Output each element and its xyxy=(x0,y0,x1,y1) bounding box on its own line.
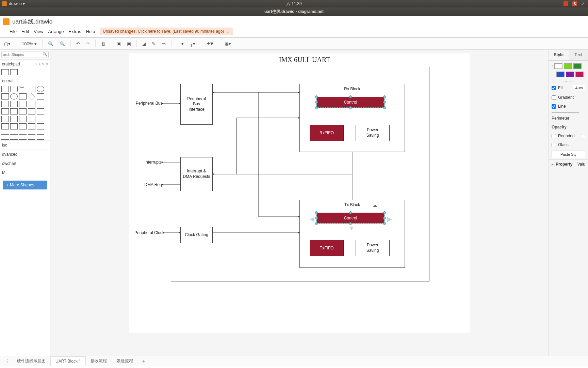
rounded-extra-checkbox[interactable] xyxy=(581,134,585,138)
tx-title: Tx Block xyxy=(299,202,405,207)
search-shapes-input[interactable] xyxy=(1,51,49,58)
connection-button[interactable]: →▾ xyxy=(175,40,186,48)
tx-power-saving[interactable]: Power Saving xyxy=(356,240,390,256)
swatch-lime[interactable] xyxy=(564,63,572,69)
add-page-button[interactable]: + xyxy=(138,356,149,366)
gradient-checkbox[interactable] xyxy=(552,95,556,100)
fullscreen-icon[interactable]: ⤢ xyxy=(581,1,585,6)
glass-checkbox[interactable] xyxy=(552,143,556,147)
tab-style[interactable]: Style xyxy=(549,50,569,60)
txfifo-box[interactable]: TxFIFO xyxy=(310,240,344,256)
zoom-select[interactable]: 100% ▾ xyxy=(20,40,39,48)
cat-advanced[interactable]: dvanced xyxy=(0,150,50,159)
diagram-canvas[interactable]: IMX 6ULL UART xyxy=(129,53,470,333)
scratchpad-close-icon[interactable]: × xyxy=(46,62,48,66)
insert-button[interactable]: +▾ xyxy=(205,39,215,49)
zoom-in-button[interactable]: 🔍 xyxy=(46,40,55,48)
box-idr[interactable]: Interrupt & DMA Requests xyxy=(180,157,213,191)
shapes-panel: 🔍 cratchpad ? + ✎ × eneral Text xyxy=(0,50,50,356)
line-label: Line xyxy=(558,104,566,109)
os-appname[interactable]: draw.io ▾ xyxy=(9,1,25,6)
clone-arrow-left-icon[interactable]: ◀ xyxy=(310,215,314,223)
to-front-button[interactable]: ▣ xyxy=(115,40,123,48)
rx-container[interactable] xyxy=(299,84,405,152)
scratchpad-edit-icon[interactable]: ✎ xyxy=(42,62,45,66)
menu-view[interactable]: View xyxy=(34,29,43,34)
page-tab-4[interactable]: 发送流程 xyxy=(112,356,138,366)
tx-container[interactable] xyxy=(299,200,405,268)
search-icon[interactable]: 🔍 xyxy=(43,52,47,57)
line-checkbox[interactable] xyxy=(552,104,556,109)
rxfifo-box[interactable]: RxFIFO xyxy=(310,125,344,141)
to-back-button[interactable]: ▣ xyxy=(125,40,133,48)
rounded-label: Rounded xyxy=(558,134,575,138)
scratchpad-label: cratchpad xyxy=(2,62,20,66)
tab-text[interactable]: Text xyxy=(569,50,588,60)
format-panel: Style Text ‹ ○ ● ○ ○ ○ Fill Auto Gradien… xyxy=(549,50,588,356)
paste-style-button[interactable]: Paste Sty xyxy=(552,151,585,158)
line-color-button[interactable]: ✎ xyxy=(150,40,158,48)
page-setup-button[interactable]: ▢▾ xyxy=(2,40,13,48)
swatch-blue[interactable] xyxy=(556,72,565,77)
canvas-area[interactable]: IMX 6ULL UART xyxy=(50,50,549,356)
page-tab-1[interactable]: 硬件连线示意图 xyxy=(12,356,51,366)
sogou-ime-icon[interactable]: S xyxy=(572,1,577,6)
page-tab-2[interactable]: UART Block ^ xyxy=(51,356,86,366)
swatch-green[interactable] xyxy=(573,63,582,69)
file-logo-icon xyxy=(3,18,10,25)
fill-label: Fill xyxy=(558,86,563,90)
clone-arrow-right-icon[interactable]: ▶ xyxy=(387,215,392,223)
cat-uml[interactable]: ML xyxy=(0,168,50,177)
box-pbi[interactable]: Peripheral Bus Interface xyxy=(180,84,213,125)
os-topbar: draw.io ▾ 六 11:39 S ⤢ xyxy=(0,0,588,7)
fill-auto-button[interactable]: Auto xyxy=(573,85,585,91)
scratchpad-add-icon[interactable]: + xyxy=(38,62,40,66)
screen-record-icon[interactable] xyxy=(564,1,568,6)
label-interrupts: Interrupts xyxy=(143,160,163,165)
rx-control[interactable]: Control xyxy=(316,97,385,108)
cat-flowchart[interactable]: owchart xyxy=(0,159,50,168)
tx-control[interactable]: Control xyxy=(316,213,385,224)
cat-misc[interactable]: isc xyxy=(0,140,50,150)
line-sample[interactable] xyxy=(552,112,579,112)
delete-button[interactable]: 🗑 xyxy=(99,40,108,48)
unsaved-badge[interactable]: Unsaved changes. Click here to save. (La… xyxy=(100,28,233,35)
scratchpad-help-icon[interactable]: ? xyxy=(35,62,37,66)
clone-arrow-down-icon[interactable]: ▼ xyxy=(348,225,355,232)
label-peripheral-bus: Peripheral Bus xyxy=(135,101,163,106)
more-shapes-button[interactable]: + More Shapes xyxy=(3,181,47,189)
redo-button[interactable]: ↷ xyxy=(84,40,92,48)
table-button[interactable]: ▦▾ xyxy=(223,40,233,48)
general-shapes[interactable]: Text xyxy=(0,85,50,140)
undo-button[interactable]: ↶ xyxy=(74,40,82,48)
box-cg[interactable]: Clock Gating xyxy=(180,227,213,243)
prev-swatch-icon[interactable]: ‹ xyxy=(552,64,553,68)
swatch-purple[interactable] xyxy=(566,72,574,77)
cloud-icon: ☁ xyxy=(373,202,377,208)
tabs-menu-icon[interactable]: ⋮ xyxy=(3,357,12,365)
os-clock: 六 11:39 xyxy=(286,1,301,7)
page-tab-3[interactable]: 接收流程 xyxy=(86,356,112,366)
workspace: 🔍 cratchpad ? + ✎ × eneral Text xyxy=(0,50,588,356)
menu-edit[interactable]: Edit xyxy=(21,29,29,34)
rounded-checkbox[interactable] xyxy=(552,134,556,138)
app-header: uart连线.drawio File Edit View Arrange Ext… xyxy=(0,16,588,37)
rx-power-saving[interactable]: Power Saving xyxy=(356,125,390,141)
unsaved-text: Unsaved changes. Click here to save. (La… xyxy=(103,29,224,34)
zoom-out-button[interactable]: 🔍 xyxy=(58,40,67,48)
menu-extras[interactable]: Extras xyxy=(69,29,81,34)
fill-checkbox[interactable] xyxy=(552,86,556,90)
perimeter-label: Perimeter xyxy=(552,116,569,121)
filename-label[interactable]: uart连线.drawio xyxy=(12,18,52,26)
label-dma: DMA Req xyxy=(143,182,163,187)
swatch-white[interactable] xyxy=(554,63,562,69)
menu-arrange[interactable]: Arrange xyxy=(48,29,64,34)
fill-color-button[interactable]: ◢ xyxy=(140,40,148,48)
menu-file[interactable]: File xyxy=(10,29,17,34)
window-titlebar: uart连线.drawio - diagrams.net xyxy=(0,7,588,16)
scratchpad-shapes[interactable] xyxy=(0,68,50,76)
shadow-button[interactable]: ▭ xyxy=(160,40,168,48)
waypoint-button[interactable]: ┌▾ xyxy=(188,40,197,48)
swatch-magenta[interactable] xyxy=(575,72,584,77)
menu-help[interactable]: Help xyxy=(86,29,95,34)
